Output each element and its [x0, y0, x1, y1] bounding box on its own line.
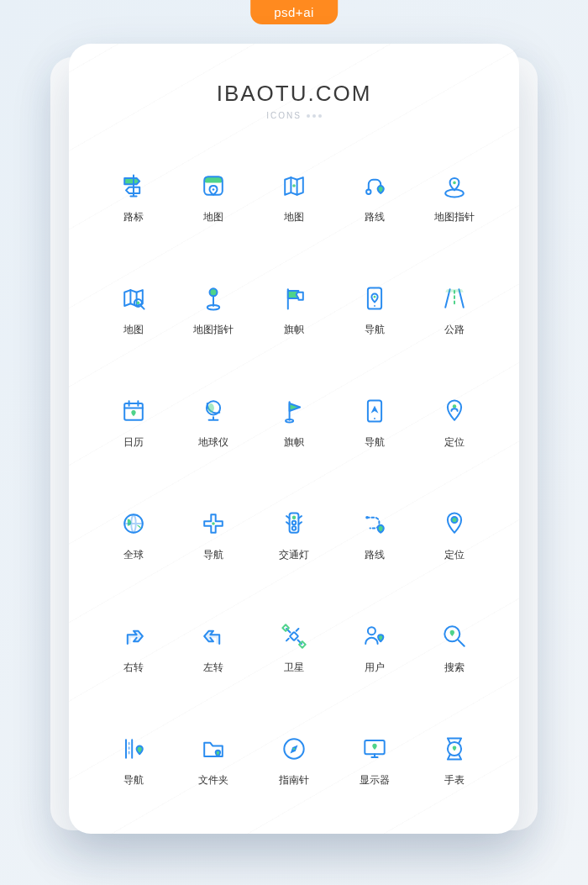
dots-decoration [307, 114, 322, 118]
svg-point-26 [292, 526, 297, 530]
icon-cell-route-curve: 路线 [337, 487, 412, 584]
icon-cell-flag: 旗帜 [256, 261, 332, 359]
nav-phone-icon [359, 282, 391, 314]
map-pointer-icon [438, 170, 470, 202]
icon-label: 指南针 [279, 773, 309, 788]
icon-label: 导航 [365, 435, 385, 450]
search-icon [438, 620, 470, 652]
icon-label: 地图指针 [434, 210, 475, 224]
intersection-icon [197, 508, 229, 540]
globe-stand-icon [197, 395, 229, 427]
icon-label: 卫星 [284, 661, 304, 675]
user-location-icon [359, 620, 391, 652]
folder-icon [197, 733, 229, 765]
svg-rect-30 [290, 632, 298, 640]
route-icon [359, 170, 391, 202]
icon-cell-search: 搜索 [417, 598, 492, 696]
location-pin-icon [438, 508, 470, 540]
icon-cell-turn-left: 左转 [176, 598, 252, 696]
map-pin-pointer-icon [197, 282, 229, 314]
icon-cell-globe-stand: 地球仪 [176, 374, 252, 471]
svg-point-19 [374, 418, 375, 419]
icon-cell-turn-right: 右转 [96, 598, 171, 696]
icon-cell-compass: 指南针 [256, 711, 332, 809]
icon-label: 旗帜 [284, 323, 304, 337]
icon-cell-satellite: 卫星 [256, 598, 332, 696]
flag-icon [278, 282, 310, 314]
icon-label: 文件夹 [198, 773, 228, 788]
icon-cell-calendar: 日历 [96, 374, 171, 471]
icon-cell-nav-phone: 导航 [337, 261, 412, 359]
icon-cell-map-search: 地图 [96, 261, 171, 359]
icon-label: 全球 [123, 548, 144, 562]
icon-label: 地球仪 [198, 435, 228, 450]
svg-point-13 [373, 296, 375, 298]
svg-point-3 [292, 185, 296, 188]
icon-label: 导航 [203, 548, 223, 562]
icon-label: 旗帜 [284, 435, 304, 450]
icon-cell-location-pin: 定位 [417, 487, 492, 584]
icon-cell-route: 路线 [337, 149, 412, 246]
svg-point-27 [365, 516, 369, 519]
svg-point-33 [367, 627, 375, 635]
icon-cell-earth: 全球 [96, 487, 171, 584]
icon-cell-highway: 公路 [417, 261, 492, 359]
monitor-icon [359, 733, 391, 765]
signpost-icon [118, 170, 150, 202]
svg-point-14 [374, 305, 375, 307]
icon-cell-map-pin: 地图指针 [176, 261, 252, 359]
icon-cell-user-location: 用户 [337, 598, 412, 696]
traffic-light-icon [278, 508, 310, 540]
satellite-icon [278, 620, 310, 652]
icon-cell-road-nav: 导航 [96, 711, 171, 809]
location-user-icon [438, 395, 470, 427]
page-subtitle: ICONS [266, 111, 322, 120]
icon-cell-nav-compass-phone: 导航 [337, 374, 412, 471]
map-search-icon [118, 282, 150, 314]
icon-card: IBAOTU.COM ICONS 路标 地图 地图 [69, 44, 519, 834]
svg-point-8 [136, 302, 139, 305]
svg-point-24 [292, 515, 297, 519]
icon-cell-map-pointer: 地图指针 [417, 149, 492, 246]
svg-point-20 [453, 404, 457, 408]
icon-label: 路线 [365, 210, 385, 224]
flag-pennant-icon [278, 395, 310, 427]
svg-point-25 [292, 521, 297, 525]
svg-point-36 [293, 747, 296, 750]
icon-cell-monitor: 显示器 [337, 711, 412, 809]
icon-label: 搜索 [444, 661, 465, 675]
icon-label: 地图 [123, 323, 144, 337]
svg-point-22 [213, 522, 216, 525]
icon-label: 导航 [365, 323, 385, 337]
nav-compass-phone-icon [359, 395, 391, 427]
icon-label: 定位 [444, 548, 465, 562]
icon-cell-map-app: 地图 [176, 149, 252, 246]
icon-label: 左转 [203, 661, 223, 675]
icon-cell-signpost: 路标 [96, 149, 171, 246]
highway-icon [438, 282, 470, 314]
icon-label: 日历 [123, 435, 144, 450]
icon-label: 导航 [123, 773, 144, 788]
subtitle-text: ICONS [266, 111, 302, 120]
svg-point-11 [207, 305, 219, 309]
calendar-icon [118, 395, 150, 427]
map-fold-icon [278, 170, 310, 202]
page-title: IBAOTU.COM [96, 81, 492, 107]
map-app-icon [197, 170, 229, 202]
format-badge: psd+ai [250, 0, 338, 24]
icon-label: 交通灯 [279, 548, 309, 562]
icon-label: 路标 [123, 210, 144, 224]
icon-label: 公路 [444, 323, 465, 337]
turn-left-icon [197, 620, 229, 652]
svg-point-6 [453, 182, 456, 185]
route-curve-icon [359, 508, 391, 540]
icon-label: 右转 [123, 661, 144, 675]
icon-cell-flag-pennant: 旗帜 [256, 374, 332, 471]
road-nav-icon [118, 733, 150, 765]
icon-label: 路线 [365, 548, 385, 562]
earth-icon [118, 508, 150, 540]
icon-grid: 路标 地图 地图 路线 地图指针 [96, 149, 492, 809]
icon-label: 用户 [365, 661, 385, 675]
icon-label: 显示器 [360, 773, 390, 788]
card-header: IBAOTU.COM ICONS [96, 81, 492, 122]
